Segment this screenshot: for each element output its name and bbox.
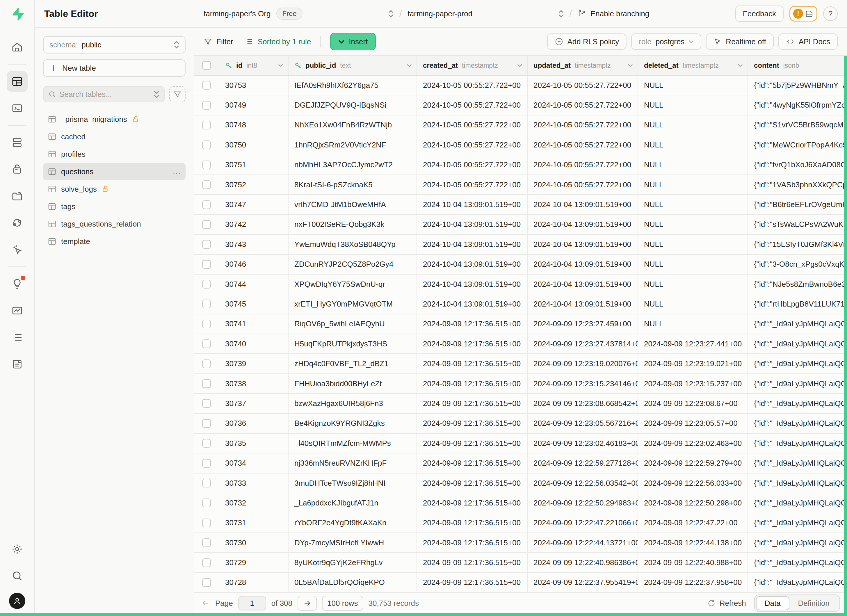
cell-content[interactable]: {"id":"_Id9aLyJpMHQLaiQC [748,553,847,572]
cell-created_at[interactable]: 2024-09-09 12:17:36.515+00 [417,334,528,354]
cell-content[interactable]: {"id":"rtHbLpgB8V11LUK7152 [748,294,847,314]
cell-deleted_at[interactable]: NULL [638,135,748,155]
cell-updated_at[interactable]: 2024-10-04 13:09:01.519+00 [528,215,638,234]
cell-content[interactable]: {"id":"_Id9aLyJpMHQLaiQC [748,493,847,513]
cell-content[interactable]: {"id":"fvrQ1bXoJ6XaAD08G [748,155,847,174]
row-checkbox[interactable] [202,339,211,348]
cell-public_id[interactable]: DYp-7mcyMSIrHefLYIwwH [289,533,417,552]
cell-created_at[interactable]: 2024-10-04 13:09:01.519+00 [417,195,528,214]
column-header-updated_at[interactable]: updated_attimestamptz [528,56,638,75]
cell-id[interactable]: 30734 [219,454,289,473]
row-checkbox[interactable] [202,121,211,130]
cell-id[interactable]: 30749 [219,96,289,115]
cell-public_id[interactable]: _La6pddxcKJIbgufATJ1n [289,493,417,513]
cell-created_at[interactable]: 2024-09-09 12:17:36.515+00 [417,553,528,572]
select-all-checkbox[interactable] [202,61,211,70]
column-header-created_at[interactable]: created_attimestamptz [417,56,528,75]
cell-public_id[interactable]: H5uqFKpRUTPkjxdysT3HS [289,334,417,354]
row-checkbox[interactable] [202,81,211,90]
cell-content[interactable]: {"id":"4wyNgK55lOfrpmYZc [748,96,847,115]
column-menu-icon[interactable] [738,64,743,67]
sidebar-item-tags[interactable]: tags [43,198,186,215]
cell-content[interactable]: {"id":"MeWCriorTPopA4Kc9 [748,135,847,155]
cell-deleted_at[interactable]: NULL [638,155,748,174]
cell-content[interactable]: {"id":"_Id9aLyJpMHQLaiQC [748,414,847,433]
sidebar-item-profiles[interactable]: profiles [43,146,186,163]
schema-select[interactable]: schema: public [43,36,186,53]
table-filter-button[interactable] [169,86,186,102]
cell-created_at[interactable]: 2024-09-09 12:17:36.515+00 [417,394,528,413]
cell-content[interactable]: {"id":"5b7j5Pz9WHBNmY_A [748,76,847,95]
cell-updated_at[interactable]: 2024-09-09 12:22:44.13721+00 [528,533,638,552]
cell-created_at[interactable]: 2024-10-04 13:09:01.519+00 [417,255,528,274]
cell-public_id[interactable]: nxFT002ISeRE-Qobg3K3k [289,215,417,234]
cell-updated_at[interactable]: 2024-10-05 00:55:27.722+00 [528,96,638,115]
cell-deleted_at[interactable]: NULL [638,274,748,294]
row-checkbox[interactable] [202,299,211,308]
row-checkbox[interactable] [202,399,211,408]
row-checkbox[interactable] [202,180,211,189]
grid-scrollbar[interactable] [844,56,847,616]
cell-content[interactable]: {"id":"_Id9aLyJpMHQLaiQC [748,533,847,552]
cell-public_id[interactable]: nbMhHL3AP7OcCJymc2wT2 [289,155,417,174]
column-header-id[interactable]: idint8 [219,56,289,75]
breadcrumb-project[interactable]: farming-paper-prod [408,9,473,18]
row-checkbox[interactable] [202,498,211,507]
tab-data[interactable]: Data [756,596,789,610]
realtime-icon[interactable] [7,239,28,260]
cell-updated_at[interactable]: 2024-10-04 13:09:01.519+00 [528,235,638,254]
cell-updated_at[interactable]: 2024-09-09 12:22:37.955419+00 [528,573,638,592]
column-menu-icon[interactable] [407,64,412,67]
cell-id[interactable]: 30746 [219,255,289,274]
sidebar-item-solve_logs[interactable]: solve_logs [43,180,186,198]
row-checkbox[interactable] [202,459,211,468]
cell-updated_at[interactable]: 2024-09-09 12:23:05.567216+00 [528,414,638,433]
cell-public_id[interactable]: 0L5BAfDaLDl5rQOiqeKPO [289,573,417,592]
home-icon[interactable] [7,37,28,57]
cell-deleted_at[interactable]: 2024-09-09 12:23:05.57+00 [638,414,748,433]
cell-id[interactable]: 30752 [219,175,289,194]
cell-content[interactable]: {"id":"S1vrVC5BrB59wqcM4 [748,115,847,135]
reports-icon[interactable] [7,300,28,321]
cell-public_id[interactable]: RiqOV6p_5wihLeIAEQyhU [289,314,417,334]
cell-public_id[interactable]: vrIh7CMD-JtM1bOweMHfA [289,195,417,214]
cell-updated_at[interactable]: 2024-09-09 12:22:47.221066+00 [528,513,638,532]
cell-updated_at[interactable]: 2024-10-04 13:09:01.519+00 [528,255,638,274]
row-checkbox[interactable] [202,260,211,269]
edge-functions-icon[interactable] [7,212,28,233]
row-checkbox[interactable] [202,240,211,249]
realtime-toggle-button[interactable]: Realtime off [706,34,773,50]
cell-id[interactable]: 30742 [219,215,289,234]
cell-id[interactable]: 30750 [219,135,289,155]
advisors-icon[interactable] [7,273,28,294]
cell-content[interactable]: {"id":"sTsWaLCPsVA2WuK2 [748,215,847,234]
cell-id[interactable]: 30732 [219,493,289,513]
page-input[interactable]: 1 [238,596,266,610]
cell-id[interactable]: 30731 [219,513,289,532]
row-checkbox[interactable] [202,519,211,527]
column-header-public_id[interactable]: public_idtext [289,56,417,75]
cell-deleted_at[interactable]: 2024-09-09 12:22:59.279+00 [638,454,748,473]
row-checkbox[interactable] [202,479,211,488]
column-header-deleted_at[interactable]: deleted_attimestamptz [638,56,748,75]
cell-id[interactable]: 30728 [219,573,289,592]
cell-deleted_at[interactable]: 2024-09-09 12:22:40.988+00 [638,553,748,572]
cell-created_at[interactable]: 2024-09-09 12:17:36.515+00 [417,454,528,473]
add-rls-policy-button[interactable]: Add RLS policy [547,34,627,50]
cell-public_id[interactable]: bzwXazHgax6UIR58j6Fn3 [289,394,417,413]
cell-updated_at[interactable]: 2024-10-05 00:55:27.722+00 [528,135,638,155]
database-icon[interactable] [7,132,28,153]
cell-id[interactable]: 30740 [219,334,289,354]
cell-deleted_at[interactable]: 2024-09-09 12:23:02.463+00 [638,434,748,453]
cell-created_at[interactable]: 2024-10-04 13:09:01.519+00 [417,294,528,314]
cell-updated_at[interactable]: 2024-09-09 12:22:59.277128+00 [528,454,638,473]
cell-created_at[interactable]: 2024-09-09 12:17:36.515+00 [417,573,528,592]
column-menu-icon[interactable] [278,64,283,67]
cell-id[interactable]: 30741 [219,314,289,334]
column-menu-icon[interactable] [517,64,522,67]
row-checkbox[interactable] [202,578,211,587]
cell-updated_at[interactable]: 2024-09-09 12:23:08.668542+00 [528,394,638,413]
cell-public_id[interactable]: 3muDHTceTWso9IZj8hHNI [289,473,417,493]
table-editor-icon[interactable] [7,71,28,92]
cell-updated_at[interactable]: 2024-09-09 12:22:40.986386+00 [528,553,638,572]
